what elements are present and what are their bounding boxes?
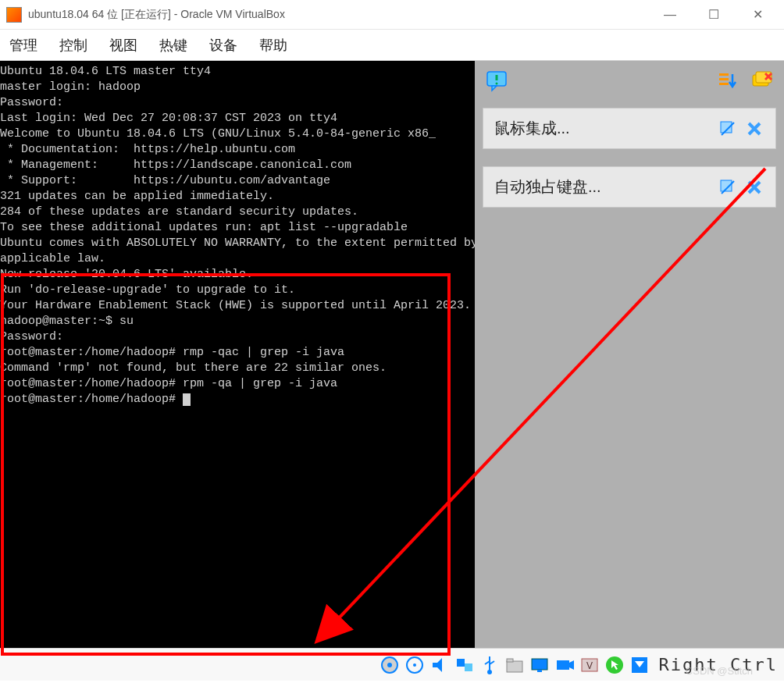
speech-bubble-icon[interactable] bbox=[486, 70, 508, 92]
svg-text:V: V bbox=[586, 660, 593, 671]
sort-icon[interactable] bbox=[717, 70, 739, 92]
svg-rect-29 bbox=[507, 661, 522, 672]
guest-terminal[interactable]: Ubuntu 18.04.6 LTS master tty4master log… bbox=[0, 61, 475, 648]
window-titlebar: ubuntu18.04 64 位 [正在运行] - Oracle VM Virt… bbox=[0, 0, 784, 30]
svg-point-5 bbox=[496, 83, 498, 85]
svg-rect-26 bbox=[457, 659, 465, 667]
menu-manage[interactable]: 管理 bbox=[9, 36, 37, 55]
maximize-button[interactable]: ☐ bbox=[703, 4, 725, 26]
main-area: Ubuntu 18.04.6 LTS master tty4master log… bbox=[0, 61, 784, 648]
close-button[interactable]: ✕ bbox=[747, 4, 768, 26]
notification-item-mouse[interactable]: 鼠标集成... bbox=[483, 108, 776, 149]
usb-icon[interactable] bbox=[478, 653, 501, 677]
notification-suppress-icon[interactable] bbox=[718, 177, 738, 197]
svg-point-28 bbox=[487, 670, 492, 674]
svg-marker-3 bbox=[492, 86, 497, 91]
minimize-button[interactable]: — bbox=[659, 4, 681, 26]
svg-rect-27 bbox=[465, 663, 472, 671]
network-icon[interactable] bbox=[453, 653, 476, 677]
svg-rect-7 bbox=[719, 78, 729, 80]
notification-panel: 鼠标集成... 自动独占键盘... bbox=[475, 61, 784, 648]
recording-icon[interactable] bbox=[553, 653, 576, 677]
menu-devices[interactable]: 设备 bbox=[209, 36, 237, 55]
keyboard-status-icon[interactable]: V bbox=[578, 653, 601, 677]
host-key-indicator-icon[interactable] bbox=[628, 653, 651, 677]
menu-hotkeys[interactable]: 热键 bbox=[159, 36, 187, 55]
window-title: ubuntu18.04 64 位 [正在运行] - Oracle VM Virt… bbox=[28, 8, 659, 22]
menu-bar: 管理 控制 视图 热键 设备 帮助 bbox=[0, 30, 784, 61]
watermark-text: CSDN @Stitch bbox=[686, 665, 753, 677]
optical-disk-icon[interactable] bbox=[403, 653, 426, 677]
hard-disk-icon[interactable] bbox=[378, 653, 401, 677]
notification-suppress-icon[interactable] bbox=[718, 119, 738, 139]
svg-marker-34 bbox=[569, 660, 574, 670]
virtualbox-app-icon bbox=[6, 7, 22, 23]
display-icon[interactable] bbox=[528, 653, 551, 677]
svg-rect-30 bbox=[507, 659, 513, 662]
shared-folder-icon[interactable] bbox=[503, 653, 526, 677]
svg-marker-25 bbox=[433, 658, 442, 672]
notification-close-icon[interactable] bbox=[744, 119, 764, 139]
mouse-status-icon[interactable] bbox=[603, 653, 626, 677]
menu-view[interactable]: 视图 bbox=[109, 36, 137, 55]
audio-icon[interactable] bbox=[428, 653, 451, 677]
notification-close-icon[interactable] bbox=[744, 177, 764, 197]
svg-rect-8 bbox=[719, 83, 729, 85]
notification-header bbox=[481, 67, 778, 103]
svg-point-24 bbox=[413, 663, 416, 667]
notification-item-keyboard[interactable]: 自动独占键盘... bbox=[483, 166, 776, 208]
svg-rect-33 bbox=[557, 660, 569, 670]
menu-help[interactable]: 帮助 bbox=[259, 36, 287, 55]
svg-rect-32 bbox=[537, 670, 542, 672]
menu-control[interactable]: 控制 bbox=[59, 36, 87, 55]
notification-text: 鼠标集成... bbox=[494, 118, 711, 139]
vm-status-bar: V Right Ctrl bbox=[0, 648, 784, 681]
svg-point-22 bbox=[387, 663, 392, 667]
dismiss-all-icon[interactable] bbox=[751, 70, 773, 92]
notification-text: 自动独占键盘... bbox=[494, 176, 711, 197]
svg-rect-6 bbox=[719, 73, 729, 76]
svg-rect-31 bbox=[532, 659, 547, 670]
window-controls: — ☐ ✕ bbox=[659, 4, 778, 26]
